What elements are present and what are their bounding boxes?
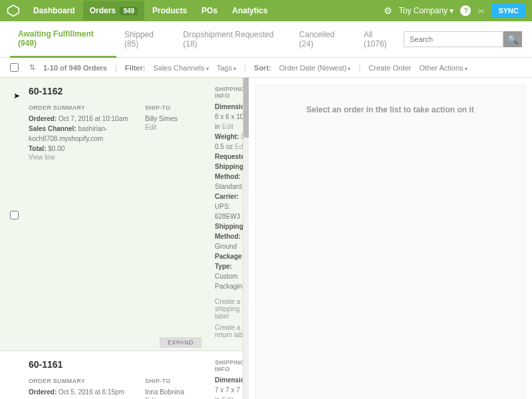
select-all-checkbox[interactable] [10, 63, 19, 72]
tab-dropship[interactable]: Dropshipment Requested (18) [175, 22, 291, 57]
order-checkbox[interactable] [10, 361, 19, 399]
sort-label: Sort: [254, 64, 271, 72]
sync-button[interactable]: SYNC [491, 3, 525, 18]
scrollbar[interactable] [243, 78, 249, 399]
sort-dropdown[interactable]: Order Date (Newest) [279, 64, 351, 72]
expand-button[interactable]: EXPAND [160, 337, 201, 348]
filter-sales-channels[interactable]: Sales Channels [153, 64, 208, 72]
create-order-link[interactable]: Create Order [368, 64, 411, 72]
filter-tags[interactable]: Tags [217, 64, 236, 72]
logo [7, 4, 20, 17]
tab-cancelled[interactable]: Cancelled (24) [291, 22, 356, 57]
order-summary-header: ORDER SUMMARY [29, 104, 135, 111]
shipping-info-header: SHIPPING INFO [215, 86, 243, 99]
nav-dashboard[interactable]: Dashboard [27, 1, 82, 21]
ship-to-header: SHIP-TO [145, 104, 205, 111]
edit-dim-link[interactable]: Edit [222, 396, 233, 399]
side-panel-message: Select an order in the list to take acti… [255, 84, 526, 399]
ship-to-name: Billy Simes [145, 114, 205, 124]
nav-orders-badge: 949 [120, 7, 138, 15]
tab-awaiting[interactable]: Awaiting Fulfillment (949) [10, 21, 116, 58]
edit-shipto-link[interactable]: Edit [145, 124, 205, 131]
search-input[interactable] [404, 31, 503, 47]
company-dropdown[interactable]: Toy Company ▾ [399, 6, 454, 15]
filter-label: Filter: [125, 64, 146, 72]
page-range: 1-10 of 949 Orders [43, 64, 107, 72]
svg-marker-0 [8, 5, 19, 17]
order-row[interactable]: 60-1162 ORDER SUMMARY Ordered: Oct 7, 20… [0, 78, 243, 351]
gear-icon[interactable]: ⚙ [384, 5, 392, 16]
order-number: 60-1161 [29, 359, 135, 370]
sort-toggle-icon[interactable]: ⇅ [29, 63, 35, 72]
search-button[interactable]: 🔍 [503, 31, 522, 47]
order-row[interactable]: 60-1161 ORDER SUMMARY Ordered: Oct 5, 20… [0, 351, 243, 399]
nav-analytics[interactable]: Analytics [225, 1, 274, 21]
help-icon[interactable]: ? [460, 5, 471, 16]
nav-orders[interactable]: Orders 949 [83, 1, 144, 21]
edit-weight-link[interactable]: Edit [235, 143, 243, 150]
order-number: 60-1162 [29, 86, 135, 96]
create-return-label-link[interactable]: Create a return label [215, 324, 243, 338]
activity-icon[interactable]: ⩙ [477, 7, 485, 15]
create-shipping-label-link[interactable]: Create a shipping label [215, 298, 243, 320]
other-actions-dropdown[interactable]: Other Actions [420, 64, 467, 72]
edit-dim-link[interactable]: Edit [222, 123, 233, 130]
orders-list: 60-1162 ORDER SUMMARY Ordered: Oct 7, 20… [0, 78, 243, 399]
order-checkbox[interactable] [10, 88, 19, 342]
nav-pos[interactable]: POs [195, 1, 224, 21]
view-line-link[interactable]: View line [29, 154, 135, 161]
tab-shipped[interactable]: Shipped (85) [116, 22, 175, 57]
nav-products[interactable]: Products [146, 1, 194, 21]
scrollbar-thumb[interactable] [243, 78, 249, 138]
tab-all[interactable]: All (1076) [356, 22, 404, 57]
